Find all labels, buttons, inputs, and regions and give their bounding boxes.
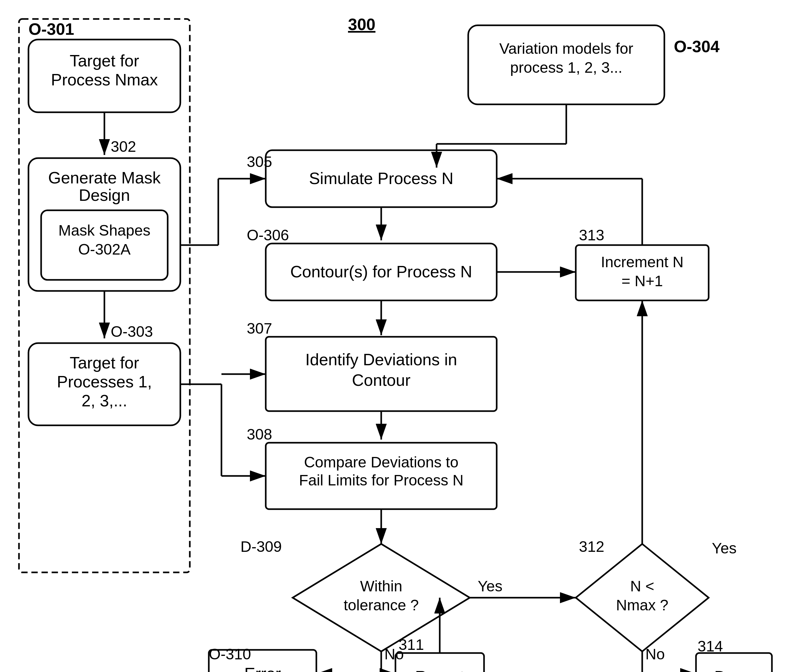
- n314-label: 314: [698, 638, 723, 654]
- nmax-yes-label: Yes: [712, 540, 736, 557]
- tolerance-yes-label: Yes: [478, 578, 502, 595]
- increment-line1: Increment N: [601, 254, 684, 270]
- generate-mask-line1: Generate Mask: [48, 169, 161, 187]
- within-tol-line2: tolerance ?: [343, 597, 419, 613]
- n300-label: 300: [348, 15, 375, 34]
- report-text: Report: [415, 667, 465, 672]
- identify-dev-line1: Identify Deviations in: [305, 350, 457, 369]
- generate-mask-line2: Design: [79, 186, 130, 204]
- contours-text: Contour(s) for Process N: [290, 262, 472, 281]
- o303-label: O-303: [111, 323, 153, 340]
- n313-label: 313: [579, 227, 604, 244]
- o310-label: O-310: [209, 646, 251, 662]
- variation-models-line1: Variation models for: [499, 40, 633, 57]
- o301-label: O-301: [29, 20, 74, 38]
- diagram-container: O-301 Target for Process Nmax 302 Genera…: [0, 0, 789, 672]
- increment-line2: = N+1: [622, 273, 663, 289]
- target-nmax-line2: Process Nmax: [51, 70, 158, 89]
- compare-dev-line2: Fail Limits for Process N: [299, 472, 463, 488]
- n311-label: 311: [399, 636, 424, 653]
- identify-dev-line2: Contour: [352, 371, 410, 389]
- o304-label: O-304: [674, 37, 720, 56]
- d309-label: D-309: [240, 538, 282, 555]
- d312-label: 312: [579, 538, 604, 555]
- n307-label: 307: [247, 320, 272, 337]
- mask-shapes-line2: O-302A: [78, 241, 130, 258]
- target-proc-line2: Processes 1,: [57, 372, 152, 391]
- o306-label: O-306: [247, 227, 289, 244]
- n308-label: 308: [247, 426, 272, 443]
- done-text: Done: [714, 667, 754, 672]
- n302-label: 302: [111, 138, 136, 155]
- variation-models-line2: process 1, 2, 3...: [510, 59, 623, 76]
- nmax-no-label: No: [645, 646, 664, 662]
- simulate-process-text: Simulate Process N: [309, 169, 454, 188]
- n305-label: 305: [247, 153, 272, 170]
- compare-dev-line1: Compare Deviations to: [304, 454, 458, 471]
- n-lt-nmax-line1: N <: [630, 578, 654, 595]
- target-nmax-line1: Target for: [70, 51, 139, 70]
- error-text: Error: [244, 664, 281, 672]
- mask-shapes-line1: Mask Shapes: [59, 222, 150, 239]
- within-tol-line1: Within: [360, 578, 402, 595]
- target-proc-line3: 2, 3,...: [81, 391, 128, 410]
- target-proc-line1: Target for: [70, 354, 139, 372]
- n-lt-nmax-line2: Nmax ?: [616, 597, 668, 613]
